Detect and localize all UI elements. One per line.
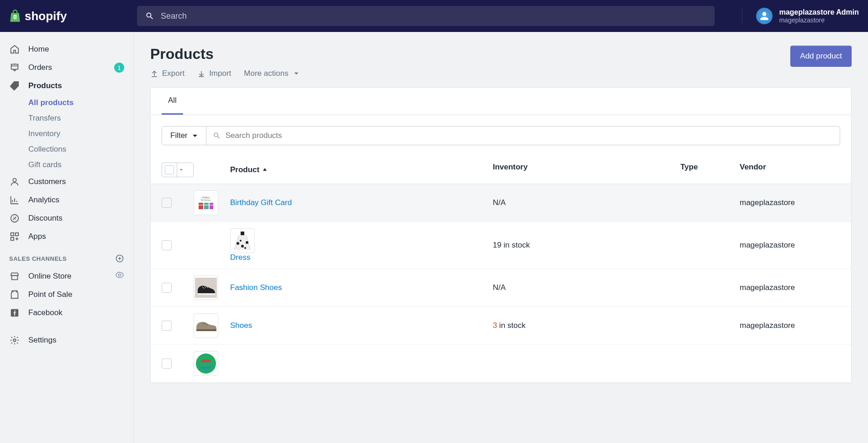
svg-text:S: S <box>14 15 16 19</box>
col-vendor[interactable]: Vendor <box>740 163 840 177</box>
nav-apps[interactable]: Apps <box>0 227 133 246</box>
nav-all-products[interactable]: All products <box>0 95 133 111</box>
product-link[interactable]: Birthday Gift Card <box>230 198 292 207</box>
orders-badge: 1 <box>114 63 124 73</box>
brand-text: shopify <box>25 9 67 23</box>
nav-inventory[interactable]: Inventory <box>0 126 133 142</box>
shopify-bag-icon: S <box>9 9 21 23</box>
table-row[interactable]: Fashion Shoes N/A mageplazastore <box>151 269 851 307</box>
main-content: Products Export Import More actions <box>134 32 868 443</box>
store-icon <box>9 271 20 282</box>
facebook-icon <box>9 307 20 318</box>
import-icon <box>197 69 205 78</box>
products-card: All Filter <box>150 87 852 383</box>
nav-transfers[interactable]: Transfers <box>0 111 133 126</box>
row-checkbox[interactable] <box>162 283 172 293</box>
svg-text:Birthday: Birthday <box>201 199 211 201</box>
cell-vendor: mageplazastore <box>740 283 840 292</box>
cell-inventory: 3 in stock <box>493 321 680 330</box>
product-link[interactable]: Dress <box>230 253 250 262</box>
import-action[interactable]: Import <box>197 69 231 78</box>
nav-collections[interactable]: Collections <box>0 142 133 157</box>
svg-point-20 <box>246 241 248 244</box>
table-row[interactable] <box>151 345 851 383</box>
nav-section-channels: SALES CHANNELS <box>0 246 133 267</box>
view-store-icon[interactable] <box>115 270 124 282</box>
table-row[interactable]: HappyBirthdayBirthday Gift Card N/A mage… <box>151 184 851 222</box>
svg-rect-16 <box>210 203 213 209</box>
nav-gift-cards[interactable]: Gift cards <box>0 157 133 173</box>
nav-customers[interactable]: Customers <box>0 173 133 191</box>
customers-icon <box>9 176 20 187</box>
table-row[interactable]: Dress 19 in stock mageplazastore <box>151 222 851 269</box>
product-thumb: HappyBirthday <box>194 190 218 215</box>
nav-analytics[interactable]: Analytics <box>0 191 133 209</box>
table-header: Product Inventory Type Vendor <box>151 156 851 184</box>
col-type[interactable]: Type <box>680 163 740 177</box>
apps-icon <box>9 231 20 242</box>
search-bar[interactable] <box>137 6 715 26</box>
product-search-input[interactable] <box>226 127 833 145</box>
user-menu[interactable]: mageplazastore Admin mageplazastore <box>742 8 859 24</box>
sidebar: Home Orders 1 Products All products Tran… <box>0 32 134 443</box>
chevron-down-icon <box>292 69 300 78</box>
filter-search[interactable] <box>206 127 840 145</box>
table-body: HappyBirthdayBirthday Gift Card N/A mage… <box>151 184 851 383</box>
filter-button[interactable]: Filter <box>162 127 206 145</box>
nav-orders[interactable]: Orders 1 <box>0 58 133 77</box>
svg-rect-14 <box>199 203 203 209</box>
svg-rect-7 <box>11 237 14 240</box>
svg-point-2 <box>16 84 17 85</box>
tab-all[interactable]: All <box>162 88 183 115</box>
row-checkbox[interactable] <box>162 198 172 208</box>
nav-facebook[interactable]: Facebook <box>0 304 133 322</box>
add-product-button[interactable]: Add product <box>790 46 852 67</box>
col-inventory[interactable]: Inventory <box>493 163 680 177</box>
export-action[interactable]: Export <box>150 69 184 78</box>
nav-discounts[interactable]: Discounts <box>0 209 133 227</box>
product-link[interactable]: Shoes <box>230 321 252 330</box>
cell-inventory: 19 in stock <box>493 241 680 250</box>
nav-online-store[interactable]: Online Store <box>0 267 133 285</box>
nav-pos[interactable]: Point of Sale <box>0 285 133 304</box>
svg-point-21 <box>240 240 242 242</box>
logo[interactable]: S shopify <box>9 9 137 23</box>
nav-home[interactable]: Home <box>0 40 133 58</box>
svg-point-11 <box>13 339 16 342</box>
search-icon <box>145 11 154 21</box>
top-bar: S shopify mageplazastore Admin mageplaza… <box>0 0 868 32</box>
settings-icon <box>9 335 20 346</box>
cell-inventory: N/A <box>493 283 680 292</box>
export-icon <box>150 69 158 78</box>
svg-point-3 <box>13 179 16 182</box>
add-channel-icon[interactable] <box>115 254 124 263</box>
select-all[interactable] <box>162 163 194 177</box>
cell-vendor: mageplazastore <box>740 241 840 250</box>
select-all-dropdown[interactable] <box>177 163 185 177</box>
table-row[interactable]: Shoes 3 in stock mageplazastore <box>151 307 851 345</box>
sort-asc-icon <box>262 167 268 173</box>
cell-vendor: mageplazastore <box>740 321 840 330</box>
select-all-checkbox[interactable] <box>165 165 174 174</box>
analytics-icon <box>9 195 20 206</box>
discounts-icon <box>9 213 20 224</box>
col-product[interactable]: Product <box>230 163 493 177</box>
more-actions[interactable]: More actions <box>244 69 300 78</box>
svg-rect-15 <box>204 203 209 209</box>
svg-point-9 <box>119 274 121 276</box>
nav-settings[interactable]: Settings <box>0 331 133 349</box>
nav-products[interactable]: Products <box>0 77 133 95</box>
row-checkbox[interactable] <box>162 240 172 250</box>
product-thumb <box>194 275 218 300</box>
svg-point-22 <box>244 247 246 249</box>
product-thumb <box>230 228 255 253</box>
row-checkbox[interactable] <box>162 359 172 369</box>
avatar <box>756 8 773 24</box>
svg-rect-17 <box>199 205 213 206</box>
product-link[interactable]: Fashion Shoes <box>230 283 282 292</box>
row-checkbox[interactable] <box>162 321 172 331</box>
search-input[interactable] <box>161 11 706 21</box>
products-icon <box>9 80 20 91</box>
cell-inventory: N/A <box>493 198 680 207</box>
svg-point-18 <box>237 242 239 245</box>
